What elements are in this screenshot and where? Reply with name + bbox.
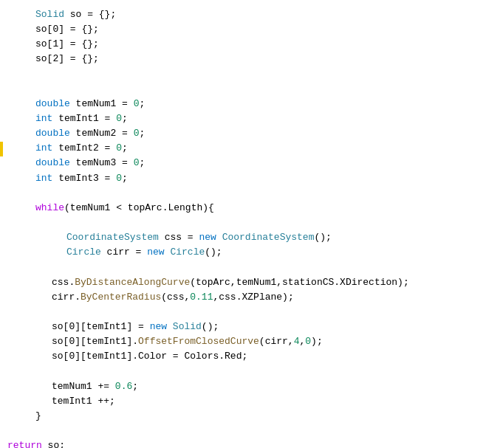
token: 0 [116, 113, 122, 124]
token: so = {}; [64, 9, 116, 20]
code-line-blank5 [0, 260, 486, 275]
token [167, 321, 173, 332]
code-line-blank2 [0, 82, 486, 97]
token: ByDistanceAlongCurve [75, 277, 190, 288]
code-line-17: Circle cirr = new Circle(); [0, 245, 486, 260]
token: new [150, 321, 167, 332]
line-20-content: cirr.ByCenterRadius(css,0.11,css.XZPlane… [0, 290, 301, 305]
token: int [35, 173, 52, 184]
code-line-3: so[1] = {}; [0, 37, 486, 52]
code-editor: Solid so = {}; so[0] = {}; so[1] = {}; s… [0, 0, 486, 448]
line-16-content: CoordinateSystem css = new CoordinateSys… [0, 230, 339, 245]
code-line-10: int temInt2 = 0; [0, 141, 486, 156]
token: Circle [66, 247, 101, 258]
token: temNum1 = [70, 98, 134, 109]
token: CoordinateSystem [222, 232, 315, 243]
line-3-content: so[1] = {}; [0, 37, 106, 52]
token: ; [139, 157, 145, 168]
token: (cirr, [259, 336, 294, 347]
token: ByCenterRadius [81, 292, 161, 303]
code-line-24: so[0][temInt1].Color = Colors.Red; [0, 349, 486, 364]
token: 0.6 [115, 381, 132, 392]
code-line-30: return so; [0, 438, 486, 448]
code-line-1: Solid so = {}; [0, 7, 486, 22]
token: ; [122, 142, 128, 154]
line-17-content: Circle cirr = new Circle(); [0, 245, 230, 260]
token: temNum1 += [52, 381, 115, 392]
token: double [35, 128, 70, 139]
token: so[0][temInt1].Color = Colors.Red; [52, 351, 247, 362]
token: so[0][temInt1] = [52, 321, 150, 332]
code-line-blank7 [0, 364, 486, 379]
token: temInt1 = [52, 113, 116, 124]
code-line-4: so[2] = {}; [0, 52, 486, 66]
token: ; [132, 381, 138, 392]
token: OffsetFromClosedCurve [138, 336, 259, 347]
code-line-26: temNum1 += 0.6; [0, 379, 486, 394]
token: 0 [116, 173, 122, 184]
token: new [199, 232, 216, 243]
token: so[1] = {}; [35, 38, 99, 49]
line-19-content: css.ByDistanceAlongCurve(topArc,temNum1,… [0, 275, 417, 290]
line-4-content: so[2] = {}; [0, 52, 106, 66]
token: 0 [116, 142, 122, 154]
line-9-content: double temNum2 = 0; [0, 126, 152, 141]
token: CoordinateSystem [66, 232, 159, 243]
code-line-14: while(temNum1 < topArc.Length){ [0, 201, 486, 216]
token: so; [42, 440, 65, 448]
token: int [35, 142, 52, 154]
token: ,css.XZPlane); [213, 292, 293, 303]
token: (temNum1 < topArc.Length){ [64, 202, 214, 213]
token: Solid [35, 9, 64, 20]
line-7-content: double temNum1 = 0; [0, 97, 152, 111]
line-10-content: int temInt2 = 0; [0, 141, 135, 156]
token: ; [139, 98, 145, 109]
token: so[0] = {}; [35, 24, 99, 35]
code-line-blank8 [0, 424, 486, 438]
code-line-22: so[0][temInt1] = new Solid(); [0, 320, 486, 334]
token: double [35, 157, 70, 168]
code-line-blank1 [0, 67, 486, 82]
line-1-content: Solid so = {}; [0, 7, 123, 22]
token: ; [139, 128, 145, 139]
code-line-11: double temNum3 = 0; [0, 156, 486, 170]
token: ; [122, 113, 128, 124]
code-line-23: so[0][temInt1].OffsetFromClosedCurve(cir… [0, 334, 486, 349]
token: 0.11 [190, 292, 213, 303]
token: cirr. [52, 292, 81, 303]
token: int [35, 113, 52, 124]
token: (); [202, 321, 219, 332]
token: so[2] = {}; [35, 53, 99, 64]
token: temInt3 = [52, 173, 116, 184]
token: css = [159, 232, 199, 243]
code-line-blank3 [0, 186, 486, 201]
token: temNum3 = [70, 157, 134, 168]
code-line-12: int temInt3 = 0; [0, 171, 486, 186]
token: (css, [161, 292, 190, 303]
token: cirr = [101, 247, 147, 258]
line-8-content: int temInt1 = 0; [0, 111, 135, 126]
line-28-content: } [0, 409, 49, 424]
code-line-16: CoordinateSystem css = new CoordinateSys… [0, 230, 486, 245]
token: } [35, 410, 41, 421]
token: temNum2 = [70, 128, 134, 139]
token: 0 [305, 336, 311, 347]
code-line-blank4 [0, 216, 486, 230]
line-2-content: so[0] = {}; [0, 22, 106, 37]
token: double [35, 98, 70, 109]
token: css. [52, 277, 75, 288]
code-line-blank6 [0, 305, 486, 320]
line-12-content: int temInt3 = 0; [0, 171, 135, 186]
token: temInt1 ++; [52, 396, 115, 407]
line-27-content: temInt1 ++; [0, 394, 123, 409]
token: temInt2 = [52, 142, 116, 154]
token: ); [311, 336, 323, 347]
code-line-7: double temNum1 = 0; [0, 97, 486, 111]
line-11-content: double temNum3 = 0; [0, 156, 152, 170]
token: so[0][temInt1]. [52, 336, 138, 347]
code-line-19: css.ByDistanceAlongCurve(topArc,temNum1,… [0, 275, 486, 290]
token: Solid [173, 321, 202, 332]
token [216, 232, 222, 243]
code-line-9: double temNum2 = 0; [0, 126, 486, 141]
token: Circle [170, 247, 205, 258]
